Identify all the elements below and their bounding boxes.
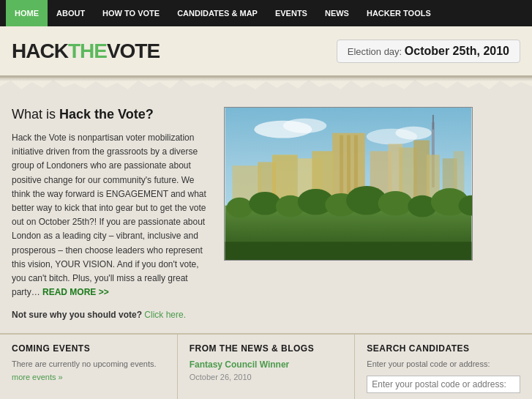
svg-point-2 (283, 119, 326, 133)
read-more-link[interactable]: READ MORE >> (42, 287, 109, 297)
news-title: FROM THE NEWS & BLOGS (190, 343, 343, 354)
not-sure-text: Not sure why you should vote? Click here… (12, 310, 209, 320)
svg-point-4 (395, 127, 432, 140)
main-text-area: What is Hack the Vote? Hack the Vote is … (12, 107, 224, 320)
nav-about[interactable]: ABOUT (48, 0, 94, 26)
more-events-link[interactable]: more events » (12, 373, 165, 381)
site-header: HACKTHEVOTE Election day: October 25th, … (0, 26, 532, 78)
body-copy: Hack the Vote is nonpartisan voter mobil… (12, 133, 206, 297)
search-input[interactable] (367, 376, 520, 393)
svg-point-25 (249, 192, 281, 215)
events-title: COMING EVENTS (12, 343, 165, 354)
nav-how-to-vote[interactable]: HOW TO VOTE (94, 0, 168, 26)
svg-rect-6 (432, 115, 434, 130)
election-day-badge: Election day: October 25th, 2010 (337, 40, 520, 63)
news-article-link[interactable]: Fantasy Council Winner (190, 359, 343, 370)
main-image-area (224, 107, 473, 320)
click-here-link[interactable]: Click here. (142, 310, 186, 320)
nav-home[interactable]: HOME (6, 0, 48, 26)
search-panel: SEARCH CANDIDATES Enter your postal code… (355, 335, 532, 399)
more-events-label: more events » (12, 373, 63, 381)
svg-rect-34 (225, 242, 472, 260)
main-body-text: Hack the Vote is nonpartisan voter mobil… (12, 131, 209, 299)
bottom-panels: COMING EVENTS There are currently no upc… (0, 333, 532, 399)
logo-the: THE (68, 40, 107, 62)
nav-news[interactable]: NEWS (316, 0, 358, 26)
main-content: What is Hack the Vote? Hack the Vote is … (0, 92, 532, 327)
election-date: October 25th, 2010 (405, 45, 509, 57)
logo-hack: HACK (12, 40, 68, 62)
nav-events[interactable]: EVENTS (266, 0, 316, 26)
main-title: What is Hack the Vote? (12, 107, 209, 122)
nav-candidates[interactable]: CANDIDATES & MAP (168, 0, 266, 26)
logo-vote: VOTE (107, 40, 160, 62)
nav-hacker-tools[interactable]: HACKER TOOLS (358, 0, 440, 26)
news-panel: FROM THE NEWS & BLOGS Fantasy Council Wi… (178, 335, 356, 399)
events-empty-text: There are currently no upcoming events. (12, 359, 165, 368)
title-normal-part: What is (12, 107, 59, 122)
city-skyline-image (224, 107, 473, 261)
not-sure-label: Not sure why you should vote? (12, 310, 142, 320)
search-label: Enter your postal code or address: (367, 359, 520, 368)
site-logo: HACKTHEVOTE (12, 41, 160, 61)
search-title: SEARCH CANDIDATES (367, 343, 520, 354)
svg-point-30 (378, 191, 413, 216)
events-panel: COMING EVENTS There are currently no upc… (0, 335, 178, 399)
svg-point-24 (227, 198, 253, 218)
title-bold-part: Hack the Vote? (59, 107, 154, 122)
navigation: HOME ABOUT HOW TO VOTE CANDIDATES & MAP … (0, 0, 532, 26)
election-prefix: Election day: (348, 46, 405, 57)
news-date: October 26, 2010 (190, 373, 343, 381)
